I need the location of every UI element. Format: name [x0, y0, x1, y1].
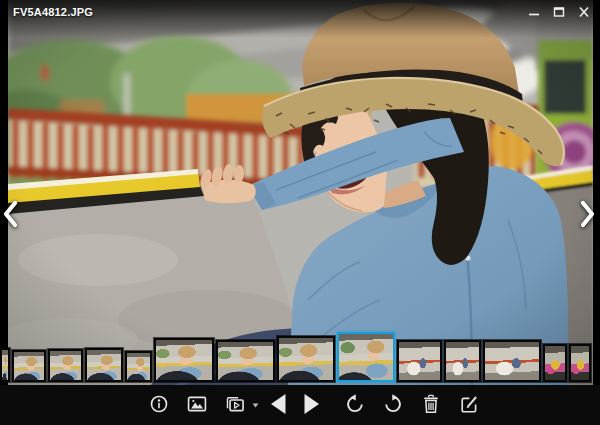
info-button[interactable]	[143, 388, 175, 422]
filmstrip-thumbnail[interactable]	[277, 336, 335, 382]
vignette	[8, 0, 593, 385]
filmstrip-thumbnail[interactable]	[0, 348, 10, 382]
rotate-left-button[interactable]	[339, 388, 371, 422]
filmstrip-thumbnail[interactable]	[397, 340, 442, 382]
close-button[interactable]	[574, 3, 594, 21]
edit-button[interactable]	[453, 388, 485, 422]
filmstrip-thumbnail[interactable]	[154, 338, 214, 382]
filmstrip-thumbnail[interactable]	[48, 349, 83, 382]
maximize-icon	[552, 6, 566, 18]
minimize-icon	[527, 6, 541, 18]
filmstrip-thumbnail[interactable]	[444, 340, 481, 382]
filmstrip-thumbnail-selected[interactable]	[337, 332, 395, 382]
next-button[interactable]	[295, 388, 327, 422]
minimize-button[interactable]	[524, 3, 544, 21]
slideshow-button[interactable]	[219, 388, 251, 422]
rotate-ccw-icon	[344, 393, 366, 418]
filmstrip-thumbnail[interactable]	[125, 351, 152, 382]
app-window: FV5A4812.JPG	[0, 0, 600, 425]
maximize-button[interactable]	[549, 3, 569, 21]
triangle-left-icon	[266, 391, 292, 420]
filmstrip	[0, 333, 600, 385]
triangle-right-icon	[298, 391, 324, 420]
filmstrip-thumbnail[interactable]	[543, 344, 567, 382]
info-circle-icon	[148, 393, 170, 418]
rotate-right-button[interactable]	[377, 388, 409, 422]
window-controls	[524, 3, 594, 21]
edit-pencil-icon	[458, 393, 480, 418]
picture-icon	[186, 393, 208, 418]
delete-button[interactable]	[415, 388, 447, 422]
filmstrip-thumbnail[interactable]	[569, 344, 591, 382]
previous-button[interactable]	[263, 388, 295, 422]
filmstrip-scroll-left-button[interactable]	[2, 199, 18, 230]
trash-icon	[420, 393, 442, 418]
photo-main	[8, 0, 593, 385]
photo-illustration	[8, 0, 593, 385]
close-icon	[577, 6, 591, 18]
filmstrip-thumbnail[interactable]	[12, 350, 46, 382]
toolbar	[0, 385, 600, 425]
filmstrip-thumbnail[interactable]	[483, 340, 541, 382]
filmstrip-scroll-right-button[interactable]	[580, 199, 596, 230]
filmstrip-thumbnail[interactable]	[216, 340, 275, 382]
filename-title: FV5A4812.JPG	[13, 6, 93, 18]
chevron-left-icon	[2, 215, 18, 230]
slideshow-play-icon	[224, 393, 246, 418]
rotate-cw-icon	[382, 393, 404, 418]
view-picture-button[interactable]	[181, 388, 213, 422]
slideshow-dropdown-caret-icon[interactable]	[251, 403, 259, 408]
filmstrip-thumbnail[interactable]	[85, 348, 123, 382]
titlebar: FV5A4812.JPG	[0, 0, 600, 38]
chevron-right-icon	[580, 215, 596, 230]
